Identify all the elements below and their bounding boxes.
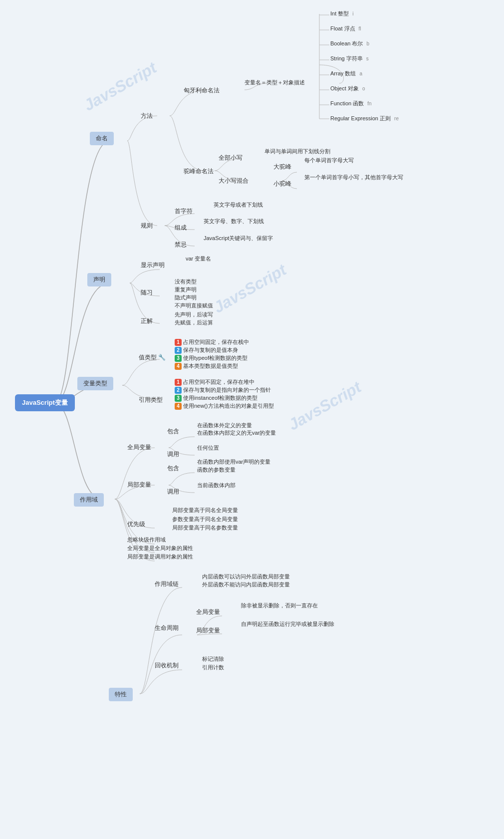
explicit-desc: var 变量名 <box>186 255 211 263</box>
node-global-contains: 包含 <box>167 427 179 436</box>
rt-item4: 4使用new()方法构造出的对象是引用型 <box>175 402 274 410</box>
node-global: 全局变量 <box>127 443 151 452</box>
vt-item2: 2保存与复制的是值本身 <box>175 346 238 354</box>
node-valuetype: 值类型 🔧 <box>139 353 166 362</box>
watermark-2: JavsScript <box>211 261 290 317</box>
node-local: 局部变量 <box>127 481 151 489</box>
rt-item2: 2保存与复制的是指向对象的一个指针 <box>175 386 271 394</box>
node-vartype: 变量类型 <box>77 377 113 390</box>
node-implicit: 随习 <box>141 288 153 297</box>
sc-item1: 内层函数可以访问外层函数局部变量 <box>202 573 290 580</box>
vt-item4: 4基本类型数据是值类型 <box>175 362 238 370</box>
gca-item1: 任何位置 <box>197 444 219 452</box>
node-global-var: 全局变量 <box>196 608 220 616</box>
rt-item1: 1占用空间不固定，保存在堆中 <box>175 378 254 386</box>
watermark-1: JavsScript <box>81 58 160 115</box>
node-hungarian: 匈牙利命名法 <box>184 86 220 95</box>
implicit-item3: 隐式声明 <box>175 294 197 301</box>
scope-global-prop: 全局变量是全局对象的属性 <box>127 545 193 552</box>
badge-r1: 1 <box>175 379 182 386</box>
type-function: Function 函数 fn <box>330 100 372 107</box>
node-correct: 正解 <box>141 317 153 325</box>
correct-item1: 先声明，后读写 <box>175 311 213 318</box>
watermark-3: JavsScript <box>285 378 365 434</box>
implicit-item4: 不声明直接赋值 <box>175 302 213 309</box>
lca-item1: 当前函数体内部 <box>197 482 236 489</box>
type-int: Int 整型 i <box>330 10 354 17</box>
gc-item2: 在函数体内部定义的无var的变量 <box>197 429 276 437</box>
mind-map: JavsScript JavsScript JavsScript JavaScr… <box>0 0 504 839</box>
type-object: Object 对象 o <box>330 85 365 92</box>
lc-item2: 函数的参数变量 <box>197 466 236 474</box>
scope-local-prop: 局部变量是调用对象的属性 <box>127 553 193 560</box>
rt-item3: 3使用instanceof检测数据的类型 <box>175 394 257 402</box>
central-node: JavaScript变量 <box>15 394 75 411</box>
node-gc: 回收机制 <box>155 661 179 670</box>
type-boolean: Boolean 布尔 b <box>330 40 369 47</box>
gc-m1: 标记清除 <box>202 655 224 663</box>
central-label: JavaScript变量 <box>22 399 68 406</box>
forbid-desc: JavaScript关键词与、保留字 <box>204 235 273 242</box>
node-compose: 组成 <box>175 224 187 232</box>
p-item2: 参数变量高于同名全局变量 <box>172 516 238 523</box>
vt-item3: 3使用typeof检测数据的类型 <box>175 354 248 362</box>
lc-item1: 在函数内部使用var声明的变量 <box>197 458 270 466</box>
node-declaration: 声明 <box>87 273 111 286</box>
node-characteristics: 特性 <box>109 688 133 701</box>
node-lifespan: 生命周期 <box>155 624 179 632</box>
node-local-var: 局部变量 <box>196 626 220 635</box>
node-scope: 作用域 <box>74 493 104 507</box>
compose-desc: 英文字母、数字、下划线 <box>204 218 264 225</box>
node-alllower: 全部小写 <box>219 154 243 162</box>
badge-4: 4 <box>175 363 182 370</box>
node-firstchar: 首字符 <box>175 207 193 216</box>
scope-block: 忽略块级作用域 <box>127 536 166 544</box>
badge-2: 2 <box>175 347 182 354</box>
node-local-call: 调用 <box>167 488 179 496</box>
node-method: 方法 <box>141 112 153 120</box>
node-rules: 规则 <box>141 222 153 230</box>
node-reftype: 引用类型 <box>139 396 163 404</box>
type-float: Float 浮点 fl <box>330 25 361 32</box>
node-forbid: 禁忌 <box>175 241 187 249</box>
node-priority: 优先级 <box>127 520 145 529</box>
node-explicit: 显示声明 <box>141 261 165 270</box>
gv-desc: 除非被显示删除，否则一直存在 <box>241 602 318 609</box>
gc-m2: 引用计数 <box>202 664 224 671</box>
node-local-contains: 包含 <box>167 464 179 473</box>
node-camel: 驼峰命名法 <box>184 167 214 176</box>
connector-lines <box>0 0 504 839</box>
node-bigcamel: 大驼峰 <box>273 163 291 171</box>
p-item3: 局部变量高于同名参数变量 <box>172 524 238 532</box>
vt-item1: 1占用空间固定，保存在栈中 <box>175 338 249 346</box>
badge-r4: 4 <box>175 403 182 410</box>
alllower-desc: 单词与单词间用下划线分割 <box>264 148 330 155</box>
node-scopechain: 作用域链 <box>155 580 179 588</box>
badge-3: 3 <box>175 355 182 362</box>
implicit-item2: 重复声明 <box>175 286 197 293</box>
firstchar-desc: 英文字母或者下划线 <box>214 201 263 209</box>
node-mixcase: 大小写混合 <box>219 177 249 185</box>
gc-item1: 在函数体外定义的变量 <box>197 422 252 429</box>
badge-r2: 2 <box>175 387 182 394</box>
sc-item2: 外层函数不能访问内层函数局部变量 <box>202 581 290 588</box>
bigcamel-desc: 每个单词首字母大写 <box>304 157 354 164</box>
node-global-call: 调用 <box>167 450 179 459</box>
p-item1: 局部变量高于同名全局变量 <box>172 507 238 514</box>
lv-desc: 自声明起至函数运行完毕或被显示删除 <box>241 620 334 628</box>
type-regexp: Regular Expression 正则 re <box>330 115 399 122</box>
hungarian-desc: 变量名＝类型＋对象描述 <box>245 79 305 86</box>
node-smallcamel: 小驼峰 <box>273 180 291 188</box>
type-string: String 字符串 s <box>330 55 369 62</box>
badge-r3: 3 <box>175 395 182 402</box>
correct-item2: 先赋值，后运算 <box>175 319 213 326</box>
smallcamel-desc: 第一个单词首字母小写，其他首字母大写 <box>304 174 403 181</box>
node-naming: 命名 <box>90 132 114 145</box>
type-array: Array 数组 a <box>330 70 362 77</box>
badge-1: 1 <box>175 339 182 346</box>
implicit-item1: 没有类型 <box>175 278 197 285</box>
